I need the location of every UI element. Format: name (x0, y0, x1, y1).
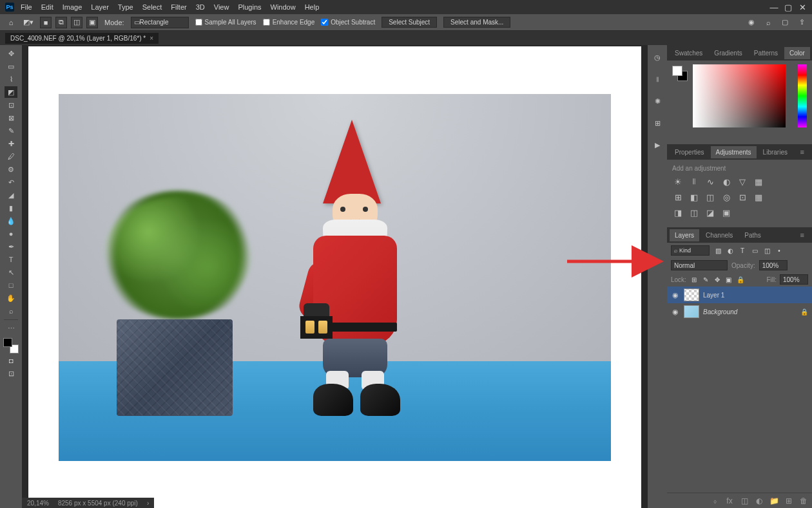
share-icon[interactable]: ⇪ (797, 17, 807, 28)
canvas[interactable] (59, 94, 611, 461)
brightness-contrast-icon[interactable]: ☀ (672, 176, 684, 187)
gradient-map-icon[interactable]: ◪ (704, 207, 716, 218)
lock-position-icon[interactable]: ✥ (713, 275, 722, 284)
path-selection-tool[interactable]: ↖ (5, 267, 17, 278)
healing-brush-tool[interactable]: ✚ (5, 138, 17, 149)
menu-layer[interactable]: Layer (91, 3, 109, 11)
link-layers-icon[interactable]: ⬨ (710, 496, 719, 505)
tab-adjustments[interactable]: Adjustments (711, 146, 757, 158)
menu-view[interactable]: View (214, 3, 229, 11)
lock-all-icon[interactable]: 🔒 (736, 275, 745, 284)
lock-transparency-icon[interactable]: ⊞ (690, 275, 699, 284)
actions-panel-icon[interactable]: ▶ (652, 139, 663, 151)
pen-tool[interactable]: ✒ (5, 241, 17, 252)
adjustment-layer-icon[interactable]: ◐ (755, 496, 764, 505)
maximize-button[interactable]: ▢ (784, 3, 793, 12)
object-selection-tool[interactable]: ◩ (5, 86, 17, 98)
opacity-input[interactable]: 100% (759, 260, 788, 270)
marquee-tool[interactable]: ▭ (5, 61, 17, 72)
layer-thumb[interactable] (684, 288, 699, 301)
menu-window[interactable]: Window (271, 3, 296, 11)
user-icon[interactable]: ◉ (746, 17, 757, 28)
tool-preset-icon[interactable]: ◩▾ (23, 18, 34, 26)
delete-layer-icon[interactable]: 🗑 (799, 496, 808, 505)
menu-type[interactable]: Type (118, 3, 133, 11)
filter-pixel-icon[interactable]: ▧ (713, 246, 722, 255)
minimize-button[interactable]: — (769, 3, 778, 12)
workspace-icon[interactable]: ▢ (780, 17, 790, 28)
new-selection-icon[interactable]: ■ (40, 17, 52, 28)
tab-color[interactable]: Color (784, 47, 810, 59)
tab-channels[interactable]: Channels (701, 229, 738, 241)
history-panel-icon[interactable]: ◷ (652, 52, 663, 63)
layer-thumb[interactable] (684, 305, 699, 318)
menu-3d[interactable]: 3D (196, 3, 205, 11)
add-selection-icon[interactable]: ⧉ (55, 17, 67, 28)
tab-libraries[interactable]: Libraries (758, 146, 793, 158)
exposure-icon[interactable]: ◐ (720, 176, 732, 187)
tab-close-icon[interactable]: × (150, 35, 153, 42)
selective-color-icon[interactable]: ▣ (720, 207, 732, 218)
visibility-icon[interactable]: ◉ (671, 290, 680, 299)
blur-tool[interactable]: 💧 (5, 215, 17, 227)
select-subject-button[interactable]: Select Subject (382, 17, 437, 28)
eraser-tool[interactable]: ◢ (5, 189, 17, 201)
layer-style-icon[interactable]: fx (725, 496, 734, 505)
filter-shape-icon[interactable]: ▭ (750, 246, 759, 255)
hue-saturation-icon[interactable]: ▦ (753, 176, 764, 187)
enhance-edge-checkbox[interactable]: Enhance Edge (263, 19, 315, 26)
history-brush-tool[interactable]: ↶ (5, 176, 17, 188)
lock-image-icon[interactable]: ✎ (701, 275, 710, 284)
zoom-tool[interactable]: ⌕ (5, 305, 17, 317)
tab-patterns[interactable]: Patterns (749, 47, 783, 59)
move-tool[interactable]: ✥ (5, 48, 17, 59)
menu-filter[interactable]: Filter (171, 3, 186, 11)
layer-row[interactable]: ◉ Background 🔒 (667, 303, 812, 320)
filter-toggle-icon[interactable]: • (775, 246, 784, 255)
layer-kind-select[interactable]: ⌕ Kind (671, 245, 710, 256)
sample-all-layers-checkbox[interactable]: Sample All Layers (195, 19, 256, 26)
info-panel-icon[interactable]: ⊞ (652, 117, 663, 129)
menu-select[interactable]: Select (142, 3, 162, 11)
props-panel-menu-icon[interactable]: ≡ (795, 146, 809, 158)
frame-tool[interactable]: ⊠ (5, 112, 17, 124)
layers-panel-menu-icon[interactable]: ≡ (795, 229, 809, 241)
black-white-icon[interactable]: ◧ (688, 191, 700, 203)
crop-tool[interactable]: ⊡ (5, 99, 17, 111)
type-tool[interactable]: T (5, 254, 17, 265)
tab-layers[interactable]: Layers (670, 229, 699, 241)
histogram-panel-icon[interactable]: ⫴ (652, 73, 663, 85)
menu-edit[interactable]: Edit (41, 3, 53, 11)
filter-type-icon[interactable]: T (738, 246, 747, 255)
tab-swatches[interactable]: Swatches (670, 47, 708, 59)
select-and-mask-button[interactable]: Select and Mask... (443, 17, 510, 28)
screen-mode-icon[interactable]: ⊡ (5, 368, 17, 379)
intersect-selection-icon[interactable]: ▣ (86, 17, 98, 28)
tab-properties[interactable]: Properties (670, 146, 710, 158)
gradient-tool[interactable]: ▮ (5, 202, 17, 214)
blend-mode-select[interactable]: Normal (671, 260, 728, 270)
lock-artboard-icon[interactable]: ▣ (724, 275, 733, 284)
layer-name[interactable]: Background (703, 308, 737, 315)
filter-smart-icon[interactable]: ◫ (762, 246, 771, 255)
posterize-icon[interactable]: ◨ (672, 207, 684, 218)
lasso-tool[interactable]: ⌇ (5, 73, 17, 85)
rectangle-tool[interactable]: □ (5, 279, 17, 291)
canvas-area[interactable]: 20,14% 8256 px x 5504 px (240 ppi) › (22, 45, 648, 508)
channel-mixer-icon[interactable]: ◎ (720, 191, 732, 203)
visibility-icon[interactable]: ◉ (671, 307, 680, 316)
tab-gradients[interactable]: Gradients (709, 47, 747, 59)
dodge-tool[interactable]: ● (5, 228, 17, 240)
lock-icon[interactable]: 🔒 (800, 308, 808, 315)
hue-slider[interactable] (798, 64, 807, 127)
quick-mask-icon[interactable]: ◘ (5, 355, 17, 366)
clone-stamp-tool[interactable]: ⚙ (5, 164, 17, 175)
menu-plugins[interactable]: Plugins (238, 3, 261, 11)
menu-help[interactable]: Help (305, 3, 320, 11)
color-lookup-icon[interactable]: ⊡ (737, 191, 748, 203)
document-tab[interactable]: DSC_4009.NEF @ 20,1% (Layer 1, RGB/16*) … (5, 33, 159, 44)
layer-name[interactable]: Layer 1 (703, 292, 724, 299)
navigator-panel-icon[interactable]: ✺ (652, 95, 663, 107)
menu-file[interactable]: File (21, 3, 32, 11)
layer-mask-icon[interactable]: ◫ (740, 496, 749, 505)
